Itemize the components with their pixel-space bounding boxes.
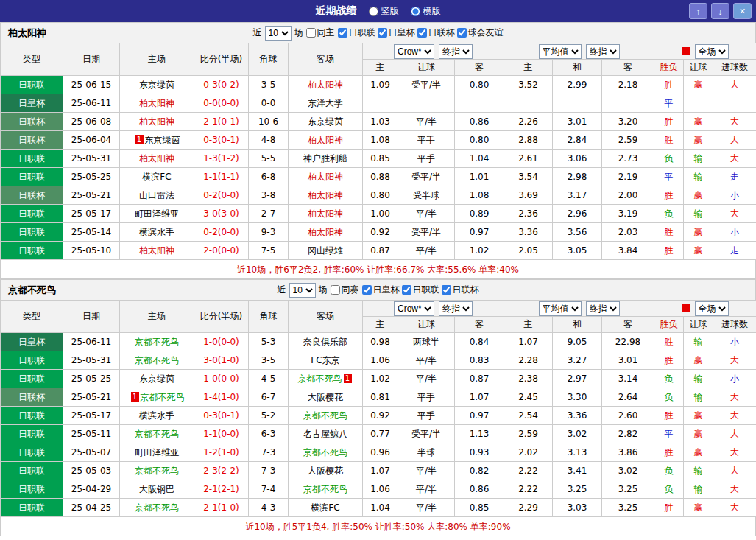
home-team-link[interactable]: 柏太阳神 bbox=[139, 245, 174, 256]
home-team-link[interactable]: 京都不死鸟 bbox=[135, 429, 179, 439]
home-team-link[interactable]: 横滨FC bbox=[142, 172, 171, 182]
home-team-link[interactable]: 京都不死鸟 bbox=[135, 337, 179, 347]
home-team-link[interactable]: 柏太阳神 bbox=[139, 153, 174, 164]
home-team-link[interactable]: 东京绿茵 bbox=[139, 80, 174, 90]
bookmaker-select[interactable]: Crow* bbox=[394, 44, 434, 59]
vertical-layout-radio[interactable] bbox=[369, 7, 378, 16]
horizontal-layout-label: 横版 bbox=[423, 5, 441, 18]
average-stage-select[interactable]: 终指 bbox=[586, 44, 620, 59]
same-filter[interactable]: 同主 bbox=[306, 27, 335, 39]
date-cell: 25-05-17 bbox=[63, 205, 120, 223]
handicap-result-cell: 赢 bbox=[684, 242, 713, 260]
recent-count-select[interactable]: 10 bbox=[265, 26, 292, 41]
away-team-link[interactable]: 名古屋鲸八 bbox=[303, 429, 347, 439]
away-team-link[interactable]: 京都不死鸟 bbox=[303, 447, 347, 457]
away-team-link[interactable]: FC东京 bbox=[311, 355, 339, 365]
recent-count-select[interactable]: 10 bbox=[289, 283, 316, 298]
away-team-link[interactable]: 京都不死鸟 bbox=[303, 410, 347, 421]
away-team-link[interactable]: 大阪樱花 bbox=[308, 392, 343, 402]
league-checkbox[interactable] bbox=[457, 28, 467, 38]
home-team-link[interactable]: 京都不死鸟 bbox=[135, 466, 179, 476]
home-team-link[interactable]: 柏太阳神 bbox=[139, 116, 174, 127]
home-team-link[interactable]: 东京绿茵 bbox=[139, 374, 174, 384]
home-team-link[interactable]: 大阪钢巴 bbox=[139, 484, 174, 494]
home-team-link[interactable]: 横滨水手 bbox=[139, 227, 174, 237]
avg-odds-cell: 9.05 bbox=[553, 333, 602, 351]
away-team-link[interactable]: 大阪樱花 bbox=[308, 466, 343, 476]
subcol-handicap: 让球 bbox=[398, 317, 455, 333]
away-team-link[interactable]: 柏太阳神 bbox=[308, 80, 343, 90]
scope-select[interactable]: 全场 bbox=[695, 301, 729, 316]
score-cell: 0-3(0-2) bbox=[194, 76, 249, 94]
odds-stage-select[interactable]: 终指 bbox=[439, 301, 473, 316]
move-up-button[interactable]: ↑ bbox=[689, 3, 707, 19]
home-team-link[interactable]: 柏太阳神 bbox=[139, 98, 174, 108]
away-team-link[interactable]: 京都不死鸟 bbox=[303, 484, 347, 494]
layout-option-horizontal[interactable]: 横版 bbox=[411, 5, 441, 18]
league-filter-label: 日联杯 bbox=[453, 284, 479, 296]
home-team-cell: 柏太阳神 bbox=[120, 94, 194, 113]
average-select[interactable]: 平均值 bbox=[539, 44, 582, 59]
odds-stage-select[interactable]: 终指 bbox=[439, 44, 473, 59]
recent-label: 近 bbox=[253, 27, 262, 39]
away-team-link[interactable]: 东洋大学 bbox=[308, 98, 343, 108]
league-checkbox[interactable] bbox=[338, 28, 347, 38]
league-filter[interactable]: 日联杯 bbox=[417, 27, 455, 39]
home-team-link[interactable]: 京都不死鸟 bbox=[135, 355, 179, 365]
league-checkbox[interactable] bbox=[378, 28, 387, 38]
away-team-link[interactable]: 柏太阳神 bbox=[308, 227, 343, 237]
home-team-link[interactable]: 横滨水手 bbox=[139, 410, 174, 421]
home-team-link[interactable]: 町田泽维亚 bbox=[135, 208, 179, 219]
home-team-link[interactable]: 东京绿茵 bbox=[145, 135, 180, 145]
away-team-cell: 京都不死鸟 bbox=[289, 407, 363, 425]
league-filter[interactable]: 日职联 bbox=[402, 284, 439, 296]
date-cell: 25-05-17 bbox=[63, 407, 120, 425]
away-team-link[interactable]: 柏太阳神 bbox=[308, 208, 343, 219]
home-team-link[interactable]: 京都不死鸟 bbox=[135, 502, 179, 513]
scope-select[interactable]: 全场 bbox=[695, 44, 729, 59]
horizontal-layout-radio[interactable] bbox=[411, 7, 420, 16]
away-team-link[interactable]: 冈山绿雉 bbox=[308, 245, 343, 256]
average-stage-select[interactable]: 终指 bbox=[586, 301, 620, 316]
league-filter[interactable]: 日皇杯 bbox=[362, 284, 400, 296]
match-row: 日联杯25-05-211京都不死鸟1-4(1-0)6-7大阪樱花0.81平手1.… bbox=[1, 388, 756, 407]
avg-odds-cell: 3.01 bbox=[602, 351, 654, 370]
close-button[interactable]: × bbox=[733, 3, 752, 19]
away-team-link[interactable]: 横滨FC bbox=[311, 502, 339, 513]
same-filter[interactable]: 同赛 bbox=[331, 284, 359, 296]
date-cell: 25-05-31 bbox=[63, 150, 120, 168]
away-team-link[interactable]: 柏太阳神 bbox=[308, 135, 343, 145]
corner-cell: 7-3 bbox=[249, 462, 289, 480]
odds-cell: 1.09 bbox=[363, 76, 398, 94]
away-team-link[interactable]: 柏太阳神 bbox=[308, 172, 343, 182]
league-filter[interactable]: 日联杯 bbox=[442, 284, 479, 296]
away-team-link[interactable]: 京都不死鸟 bbox=[298, 374, 342, 384]
move-down-button[interactable]: ↓ bbox=[711, 3, 729, 19]
layout-option-vertical[interactable]: 竖版 bbox=[369, 5, 399, 18]
handicap-result-cell: 赢 bbox=[684, 499, 713, 517]
same-checkbox[interactable] bbox=[331, 285, 340, 295]
home-team-link[interactable]: 京都不死鸟 bbox=[141, 392, 185, 402]
league-checkbox[interactable] bbox=[402, 285, 411, 295]
result-cell: 平 bbox=[654, 94, 684, 113]
away-team-link[interactable]: 奈良俱乐部 bbox=[303, 337, 347, 347]
away-team-cell: 东洋大学 bbox=[289, 94, 363, 113]
bookmaker-select[interactable]: Crow* bbox=[394, 301, 434, 316]
league-checkbox[interactable] bbox=[417, 28, 427, 38]
summary-line: 近10场，胜5平1负4, 胜率:50% 让胜率:50% 大率:80% 单率:90… bbox=[0, 517, 756, 536]
team-name: 柏太阳神 bbox=[8, 27, 46, 40]
league-checkbox[interactable] bbox=[442, 285, 451, 295]
league-checkbox[interactable] bbox=[362, 285, 372, 295]
away-team-link[interactable]: 柏太阳神 bbox=[308, 190, 343, 200]
result-cell: 胜 bbox=[654, 333, 684, 351]
home-team-link[interactable]: 町田泽维亚 bbox=[135, 447, 179, 457]
same-checkbox[interactable] bbox=[306, 28, 316, 38]
league-filter[interactable]: 球会友谊 bbox=[457, 27, 504, 39]
away-team-link[interactable]: 神户胜利船 bbox=[303, 153, 347, 164]
away-team-link[interactable]: 东京绿茵 bbox=[308, 116, 343, 127]
odds-cell: 1.02 bbox=[363, 370, 398, 388]
league-filter[interactable]: 日皇杯 bbox=[378, 27, 415, 39]
home-team-link[interactable]: 山口雷法 bbox=[139, 190, 174, 200]
league-filter[interactable]: 日职联 bbox=[338, 27, 375, 39]
average-select[interactable]: 平均值 bbox=[539, 301, 582, 316]
